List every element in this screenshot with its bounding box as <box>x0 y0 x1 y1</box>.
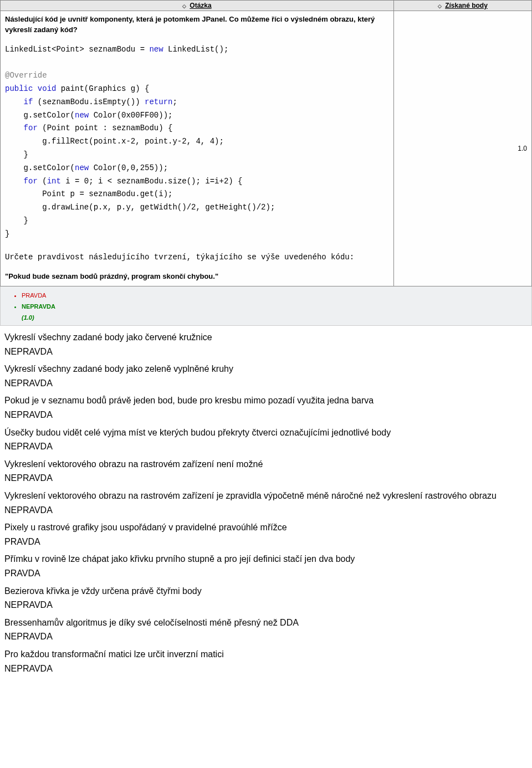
doc-statement: Vykreslení vektorového obrazu na rastrov… <box>4 490 528 502</box>
header-question-label: Otázka <box>190 2 211 9</box>
score-value: 1.0 <box>518 145 527 152</box>
doc-answer: NEPRAVDA <box>4 472 528 484</box>
answer-choice-true: NEPRAVDA <box>22 301 531 312</box>
doc-answer: NEPRAVDA <box>4 631 528 643</box>
header-score[interactable]: ◇ Získané body <box>393 1 531 11</box>
doc-statement: Pokud je v seznamu bodů právě jeden bod,… <box>4 395 528 407</box>
doc-statement: Úsečky budou vidět celé vyjma míst ve kt… <box>4 427 528 439</box>
doc-statement: Přímku v rovině lze chápat jako křivku p… <box>4 553 528 565</box>
score-cell: 1.0 <box>393 11 531 286</box>
doc-statement: Bressenhamův algoritmus je díky své celo… <box>4 617 528 629</box>
sort-icon: ◇ <box>438 3 442 9</box>
question-title: Následující kód je uvnitř komponenty, kt… <box>5 14 389 35</box>
doc-answer: PRAVDA <box>4 567 528 580</box>
doc-statement: Vykreslení vektorového obrazu na rastrov… <box>4 458 528 470</box>
doc-statement: Vykreslí všechny zadané body jako červen… <box>4 331 528 344</box>
doc-statement: Bezierova křivka je vždy určena právě čt… <box>4 585 528 597</box>
quiz-table: ◇ Otázka ◇ Získané body Následující kód … <box>0 0 532 286</box>
doc-answer: PRAVDA <box>4 536 528 548</box>
doc-answer: NEPRAVDA <box>4 441 528 453</box>
doc-answer: NEPRAVDA <box>4 504 528 516</box>
doc-answer: NEPRAVDA <box>4 409 528 421</box>
doc-answer: NEPRAVDA <box>4 346 528 358</box>
doc-statement: Pro každou transformační matici lze urči… <box>4 648 528 661</box>
instruction-text: Určete pravdivost následujícího tvrzení,… <box>5 251 389 263</box>
doc-answer: NEPRAVDA <box>4 599 528 611</box>
document-text: Vykreslí všechny zadané body jako červen… <box>0 331 532 674</box>
answers-list: PRAVDA NEPRAVDA <box>5 290 531 312</box>
header-question[interactable]: ◇ Otázka <box>1 1 394 11</box>
code-block: LinkedList<Point> seznamBodu = new Linke… <box>5 43 389 241</box>
question-cell: Následující kód je uvnitř komponenty, kt… <box>1 11 394 286</box>
doc-answer: NEPRAVDA <box>4 377 528 390</box>
doc-answer: NEPRAVDA <box>4 663 528 675</box>
doc-statement: Pixely u rastrové grafiky jsou uspořádan… <box>4 521 528 534</box>
doc-statement: Vykreslí všechny zadané body jako zeleně… <box>4 363 528 375</box>
statement-text: "Pokud bude seznam bodů prázdný, program… <box>5 272 389 280</box>
header-score-label: Získané body <box>445 2 488 9</box>
answer-score-line: (1.0) <box>5 312 531 322</box>
answers-block: PRAVDA NEPRAVDA (1.0) <box>0 286 532 326</box>
answer-choice-false: PRAVDA <box>22 290 531 301</box>
sort-icon: ◇ <box>182 3 186 9</box>
